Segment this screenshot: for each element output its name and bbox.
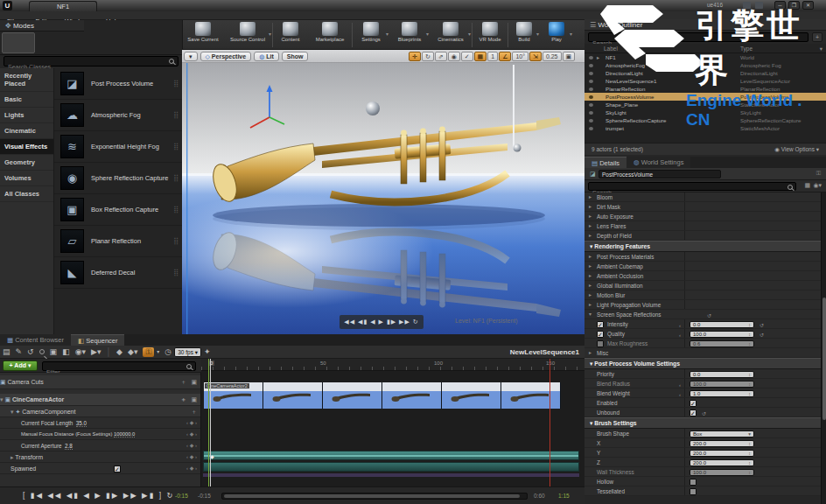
tessellated-checkbox[interactable] — [690, 488, 696, 495]
property-row-wall-thickness[interactable]: Wall Thickness 100.0↕ — [584, 467, 822, 477]
property-row-quality[interactable]: ✓ Quality ‹ 100.0↕ ↺ — [584, 329, 822, 339]
drag-handle-icon[interactable]: ⣿ — [173, 111, 178, 119]
save-sequence-icon[interactable]: ▤ — [3, 347, 10, 357]
blueprints-button[interactable]: Blueprints▾ — [389, 20, 430, 49]
restore-button[interactable]: ❐ — [788, 1, 800, 10]
modes-search-box[interactable] — [4, 56, 178, 66]
property-row-blend-radius[interactable]: Blend Radius ‹ 100.0↕ — [584, 379, 822, 388]
property-row-intensity[interactable]: ✓ Intensity ‹ 0.0↕ ↺ — [584, 319, 822, 329]
category-basic[interactable]: Basic — [0, 92, 53, 108]
lock-icon[interactable]: ⚿ — [816, 170, 821, 177]
playhead[interactable] — [210, 359, 211, 486]
list-item[interactable]: ☁ Atmospheric Fog ⣿ — [54, 100, 182, 131]
override-checkbox[interactable]: ✓ — [597, 321, 604, 328]
scale-snap-icon[interactable]: ⇲ — [529, 52, 542, 61]
show-dropdown[interactable]: Show — [282, 52, 309, 61]
reset-icon[interactable]: ↺ — [702, 410, 706, 419]
scale-snap-value[interactable]: 0.25 — [542, 52, 562, 61]
drag-handle-icon[interactable]: ⣿ — [173, 269, 178, 276]
track-spawned[interactable]: Spawned ✓ ‹ ◆ › — [0, 463, 200, 474]
category-cinematic[interactable]: Cinematic — [0, 123, 53, 139]
category-volumes[interactable]: Volumes — [0, 171, 53, 186]
property-row[interactable]: ▸Ambient Cubemap — [584, 262, 822, 271]
property-row-blend-weight[interactable]: Blend Weight ‹ 1.0↕ — [584, 388, 822, 398]
add-track-button[interactable]: + Add ▾ — [3, 360, 38, 371]
section-ppv-settings[interactable]: ▾ Post Process Volume Settings — [584, 358, 822, 369]
perspective-dropdown[interactable]: ◇ Perspective — [200, 52, 252, 61]
drag-handle-icon[interactable]: ⣿ — [173, 143, 178, 150]
playback-start-marker[interactable] — [208, 359, 209, 486]
tab-content-browser[interactable]: ▦ Content Browser — [0, 334, 71, 346]
category-recently-placed[interactable]: Recently Placed — [0, 68, 53, 92]
table-row[interactable]: NewLevelSequence1LevelSequenceActor — [584, 77, 826, 85]
keyframe-options-icon[interactable]: ◆ — [116, 347, 122, 357]
lit-dropdown[interactable]: ◍ Lit — [254, 52, 279, 61]
brush-x-input[interactable]: 200.0↕ — [690, 440, 754, 448]
quality-input[interactable]: 100.0↕ — [690, 331, 754, 339]
viewport-playback-controls[interactable]: ◀◀ ◀▮ ◀ ▶ ▮▶ ▶▶ ↻ — [340, 315, 424, 329]
property-row[interactable]: ▸Post Process Materials — [584, 252, 822, 262]
add-property-icon[interactable]: ＋ — [191, 406, 197, 417]
property-row-hollow[interactable]: Hollow — [584, 477, 822, 486]
render-movie-icon[interactable]: ◧ — [62, 347, 70, 357]
wall-thickness-input[interactable]: 100.0↕ — [690, 469, 754, 477]
camera-cut-thumbnail[interactable] — [501, 382, 561, 409]
hollow-checkbox[interactable] — [690, 479, 696, 486]
table-row[interactable]: AtmosphericFogAtmospheric Fog — [584, 61, 826, 69]
column-type[interactable]: Type — [740, 44, 752, 53]
sequencer-transport-controls[interactable]: [ ▮◀ ◀◀ ◀▮ ◀ ▶ ▮▶ ▶▶ ▶▮ ] ↻ — [23, 491, 175, 500]
track-transform[interactable]: ▸ Transform ‹ ◆ › — [0, 452, 200, 463]
edit-icon[interactable]: ✎ — [16, 347, 23, 357]
list-item[interactable]: ▱ Planar Reflection ⣿ — [54, 226, 182, 257]
scrollbar-thumb[interactable] — [822, 298, 826, 420]
drag-handle-icon[interactable]: ⣿ — [173, 237, 178, 245]
focus-distance-value[interactable]: 100000.0 — [114, 431, 135, 438]
outliner-search-box[interactable] — [588, 32, 808, 42]
time-snap-clock-icon[interactable]: ◷ — [164, 347, 172, 357]
property-row-brush-shape[interactable]: Brush Shape Box▾ — [584, 429, 822, 438]
modes-panel-tab[interactable]: ✥ Modes — [0, 20, 84, 32]
world-local-toggle[interactable]: ◉ — [448, 52, 460, 61]
display-options-icon[interactable]: ◉▾ — [813, 182, 822, 189]
angle-snap-value[interactable]: 10° — [512, 52, 528, 61]
transform-track-bar[interactable]: ◆ — [203, 451, 579, 460]
brush-shape-dropdown[interactable]: Box▾ — [690, 430, 754, 438]
property-row-ssr[interactable]: ▾Screen Space Reflections↺ — [584, 310, 822, 319]
visibility-eye-icon[interactable] — [589, 80, 593, 83]
table-row[interactable]: ▸NF1World — [584, 53, 826, 61]
property-row[interactable]: ▸Motion Blur — [584, 290, 822, 300]
vr-mode-button[interactable]: VR Mode — [472, 20, 508, 49]
scale-tool-button[interactable]: ⇗ — [435, 52, 447, 61]
visibility-eye-icon[interactable] — [589, 119, 593, 122]
category-visual-effects[interactable]: Visual Effects — [0, 139, 53, 155]
timeline-ruler[interactable]: 0 50 100 150 — [201, 359, 584, 371]
keyframe-nav[interactable]: ‹ ◆ › — [186, 417, 197, 429]
content-button[interactable]: Content — [273, 20, 308, 49]
tab-world-settings[interactable]: ◍ World Settings — [626, 157, 690, 168]
actions-dropdown-icon[interactable]: ◉▾ — [75, 347, 86, 357]
camera-cut-thumbnail[interactable] — [382, 382, 442, 409]
property-row-unbound[interactable]: Unbound ✓ ↺ — [584, 408, 822, 417]
column-label[interactable]: Label — [604, 44, 618, 53]
category-lights[interactable]: Lights — [0, 108, 53, 123]
paint-mode-button[interactable] — [37, 32, 70, 53]
property-row[interactable]: ▸Lens Flares — [584, 221, 822, 231]
spawned-track-bar[interactable] — [203, 462, 579, 472]
sequencer-timeline[interactable]: 0 50 100 150 CineCameraActor2 ◆ — [201, 359, 584, 486]
tab-details[interactable]: ▤ Details — [584, 157, 626, 168]
add-section-icon[interactable]: ＋ — [180, 394, 186, 406]
translate-tool-button[interactable]: ✛ — [409, 52, 421, 61]
list-item[interactable]: ≋ Exponential Height Fog ⣿ — [54, 131, 182, 163]
brush-y-input[interactable]: 200.0↕ — [690, 450, 754, 458]
play-button[interactable]: Play▾ — [540, 20, 573, 49]
enabled-checkbox[interactable]: ✓ — [690, 400, 696, 407]
details-search-box[interactable] — [588, 182, 796, 191]
source-control-button[interactable]: Source Control▾ — [223, 20, 272, 49]
unbound-checkbox[interactable]: ✓ — [690, 410, 696, 416]
settings-button[interactable]: Settings▾ — [353, 20, 389, 49]
find-in-content-icon[interactable] — [39, 347, 45, 357]
property-row-x[interactable]: X 200.0↕ — [584, 438, 822, 448]
table-row-selected[interactable]: PostProcessVolumePostProcessVolume — [584, 93, 826, 101]
titlebar-icon[interactable] — [743, 2, 751, 9]
category-all-classes[interactable]: All Classes — [0, 186, 53, 202]
